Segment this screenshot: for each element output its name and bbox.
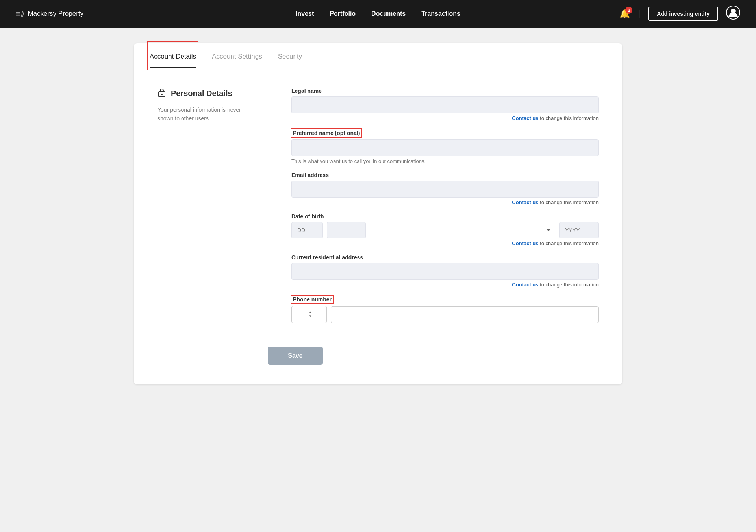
dob-row: JanuaryFebruaryMarch AprilMayJune JulyAu… [291, 222, 598, 238]
nav-invest[interactable]: Invest [296, 10, 314, 17]
dob-month-wrapper: JanuaryFebruaryMarch AprilMayJune JulyAu… [327, 222, 555, 238]
tab-account-details[interactable]: Account Details [150, 43, 196, 68]
arrow-up-icon: ▲ [309, 311, 312, 314]
form-section: Personal Details Your personal informati… [134, 68, 622, 343]
svg-point-3 [161, 94, 163, 95]
legal-name-input[interactable] [291, 96, 598, 113]
divider: | [638, 9, 640, 19]
section-desc: Your personal information is never shown… [158, 105, 268, 123]
brand-icon: ≡ // [16, 9, 24, 18]
address-group: Current residential address Contact us t… [291, 254, 598, 288]
preferred-name-hint: This is what you want us to call you in … [291, 158, 598, 164]
user-avatar-icon[interactable] [726, 6, 740, 22]
address-contact-note: Contact us to change this information [291, 282, 598, 288]
notification-bell[interactable]: 🔔 2 [619, 9, 630, 19]
save-button[interactable]: Save [268, 347, 323, 365]
form-left: Personal Details Your personal informati… [158, 88, 268, 331]
preferred-name-label-text: Preferred name (optional) [291, 129, 361, 137]
dob-label: Date of birth [291, 213, 598, 220]
save-btn-wrapper: Save [134, 343, 622, 369]
address-input[interactable] [291, 263, 598, 280]
phone-label: Phone number [291, 296, 598, 303]
phone-number-input[interactable] [331, 306, 598, 323]
section-title: Personal Details [158, 88, 268, 99]
dob-month-select[interactable]: JanuaryFebruaryMarch AprilMayJune JulyAu… [327, 222, 366, 238]
tab-security[interactable]: Security [278, 43, 302, 68]
page-content: Account Details Account Settings Securit… [134, 43, 622, 384]
email-label: Email address [291, 172, 598, 178]
preferred-name-input[interactable] [291, 139, 598, 156]
legal-name-contact-link[interactable]: Contact us [512, 115, 538, 121]
dob-group: Date of birth JanuaryFebruaryMarch April… [291, 213, 598, 246]
add-entity-button[interactable]: Add investing entity [648, 7, 718, 21]
address-contact-link[interactable]: Contact us [512, 282, 538, 288]
nav-links: Invest Portfolio Documents Transactions [197, 10, 559, 17]
dob-contact-link[interactable]: Contact us [512, 240, 538, 246]
legal-name-group: Legal name Contact us to change this inf… [291, 88, 598, 121]
email-contact-link[interactable]: Contact us [512, 200, 538, 205]
email-input[interactable] [291, 181, 598, 198]
legal-name-contact-note: Contact us to change this information [291, 115, 598, 121]
phone-country-selector[interactable]: ▲ ▼ [291, 306, 327, 323]
nav-documents[interactable]: Documents [371, 10, 406, 17]
phone-label-text: Phone number [291, 296, 333, 303]
phone-row: ▲ ▼ [291, 306, 598, 323]
brand: ≡ // Mackersy Property [16, 9, 197, 18]
form-right: Legal name Contact us to change this inf… [291, 88, 598, 331]
arrow-down-icon: ▼ [309, 315, 312, 318]
navbar-actions: 🔔 2 | Add investing entity [559, 6, 740, 22]
lock-icon [158, 88, 166, 99]
dob-contact-note: Contact us to change this information [291, 240, 598, 246]
tab-account-settings[interactable]: Account Settings [212, 43, 262, 68]
tabs: Account Details Account Settings Securit… [134, 43, 622, 68]
notification-badge: 2 [625, 7, 632, 14]
preferred-name-label: Preferred name (optional) [291, 129, 598, 137]
dob-year-input[interactable] [559, 222, 598, 238]
nav-portfolio[interactable]: Portfolio [330, 10, 356, 17]
navbar: ≡ // Mackersy Property Invest Portfolio … [0, 0, 756, 28]
brand-name: Mackersy Property [28, 10, 83, 18]
dob-dd-input[interactable] [291, 222, 323, 238]
preferred-name-group: Preferred name (optional) This is what y… [291, 129, 598, 164]
address-label: Current residential address [291, 254, 598, 260]
phone-group: Phone number ▲ ▼ [291, 296, 598, 323]
legal-name-label: Legal name [291, 88, 598, 94]
email-group: Email address Contact us to change this … [291, 172, 598, 205]
phone-country-arrows: ▲ ▼ [309, 311, 312, 318]
nav-transactions[interactable]: Transactions [421, 10, 460, 17]
email-contact-note: Contact us to change this information [291, 200, 598, 205]
